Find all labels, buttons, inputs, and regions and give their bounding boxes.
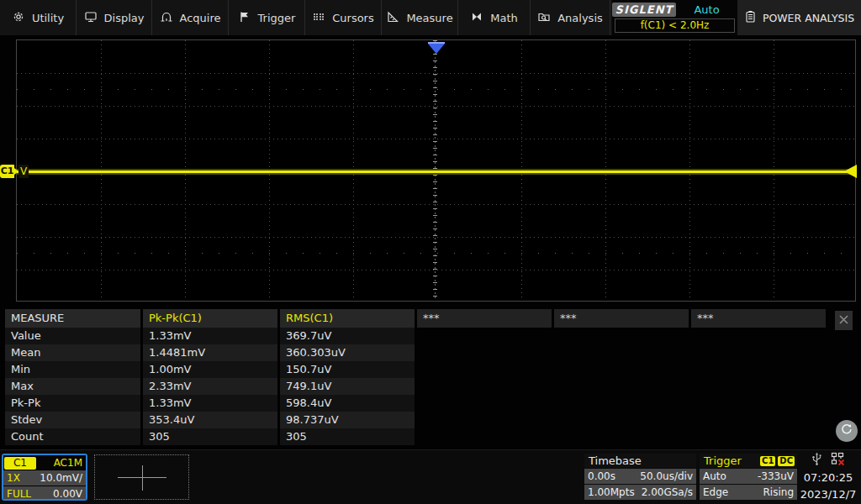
stat-value: 360.303uV: [280, 344, 415, 361]
stat-value: 1.00mV: [143, 361, 277, 378]
stat-value: 598.4uV: [280, 395, 415, 412]
channel1-trace: [17, 169, 855, 175]
menu-utility[interactable]: Utility: [0, 0, 77, 35]
channel1-bandwidth: FULL: [7, 486, 31, 501]
stat-value: 2.33mV: [143, 378, 277, 395]
channel1-scale: 10.0mV/: [40, 470, 82, 486]
clock-date: 2023/12/7: [797, 486, 859, 502]
math-icon: [470, 10, 483, 26]
measure-panel: MEASURE Pk-Pk(C1) RMS(C1) *** *** *** Va…: [0, 309, 861, 445]
timebase-descriptor[interactable]: Timebase 0.00s 50.0us/div 1.00Mpts 2.00G…: [584, 454, 696, 501]
acquisition-status: Auto: [676, 3, 737, 17]
stat-label: Pk-Pk: [5, 395, 140, 412]
stat-label: Min: [5, 361, 140, 378]
top-menu-bar: Utility Display Acquire Trigger Cursors: [0, 0, 861, 35]
channel1-level-marker[interactable]: C1: [0, 165, 14, 178]
brand-status-block: SIGLENT Auto f(C1) < 2.0Hz: [612, 0, 737, 35]
menu-cursors[interactable]: Cursors: [305, 0, 382, 35]
channel1-unit-marker: V: [18, 165, 29, 178]
measure-column-empty[interactable]: ***: [554, 309, 689, 328]
measure-column-pkpk[interactable]: Pk-Pk(C1): [143, 309, 277, 328]
measure-row-pkpk: Pk-Pk 1.33mV 598.4uV: [5, 395, 415, 412]
stat-value: 305: [143, 428, 277, 445]
stat-value: 305: [280, 428, 415, 445]
analysis-icon: [537, 10, 551, 26]
trigger-source-badge: C1: [760, 456, 775, 466]
stat-value: 749.1uV: [280, 378, 415, 395]
menu-label: Analysis: [557, 12, 603, 24]
menu-display[interactable]: Display: [77, 0, 152, 35]
menu-label: Cursors: [332, 12, 374, 24]
menu-trigger[interactable]: Trigger: [229, 0, 305, 35]
measure-row-stdev: Stdev 353.4uV 98.737uV: [5, 412, 415, 428]
cursors-icon: [312, 10, 325, 26]
timebase-delay: 0.00s: [588, 469, 615, 484]
menu-label: Display: [104, 12, 145, 24]
channel1-offset: 0.00V: [53, 486, 82, 501]
menu-measure[interactable]: Measure: [382, 0, 458, 35]
stat-label: Value: [5, 328, 140, 344]
menu-analysis[interactable]: Analysis: [531, 0, 610, 35]
close-icon: [837, 313, 850, 328]
waveform-display: C1 V: [0, 35, 861, 307]
graticule: [16, 39, 856, 302]
measure-column-rms[interactable]: RMS(C1): [280, 309, 415, 328]
trigger-flag-icon: [238, 10, 251, 26]
stat-label: Mean: [5, 344, 140, 361]
measure-column-empty[interactable]: ***: [691, 309, 826, 328]
bottom-status-bar: C1 AC1M 1X 10.0mV/ FULL 0.00V Timebase 0…: [0, 449, 861, 504]
measure-column-empty[interactable]: ***: [417, 309, 552, 328]
oscilloscope-screen: Utility Display Acquire Trigger Cursors: [0, 0, 861, 504]
measure-row-min: Min 1.00mV 150.7uV: [5, 361, 415, 378]
trigger-mode: Auto: [703, 469, 726, 484]
stat-label: Stdev: [5, 412, 140, 428]
measure-icon: [386, 10, 399, 26]
clock-status: 07:20:25 2023/12/7: [797, 452, 859, 504]
channel1-badge: C1: [4, 457, 36, 470]
menu-acquire[interactable]: Acquire: [152, 0, 229, 35]
trigger-title: Trigger: [704, 454, 742, 467]
menu-label: Measure: [406, 12, 452, 24]
stat-value: 353.4uV: [143, 412, 277, 428]
measure-close-button[interactable]: [835, 311, 853, 330]
gear-icon: [12, 10, 25, 26]
measure-row-mean: Mean 1.4481mV 360.303uV: [5, 344, 415, 361]
power-analysis-label: POWER ANALYSIS: [763, 12, 854, 24]
siglent-logo: SIGLENT: [612, 3, 676, 17]
menu-math[interactable]: Math: [458, 0, 531, 35]
add-channel-slot[interactable]: [94, 454, 189, 500]
menu-label: Trigger: [258, 12, 296, 24]
screen-rotate-widget[interactable]: [836, 420, 858, 442]
measure-row-count: Count 305 305: [5, 428, 415, 445]
menu-label: Utility: [32, 12, 64, 24]
trigger-level: -333uV: [758, 469, 794, 484]
channel1-descriptor[interactable]: C1 AC1M 1X 10.0mV/ FULL 0.00V: [2, 454, 87, 501]
usb-icon: [811, 452, 822, 470]
display-icon: [84, 10, 98, 26]
menu-power-analysis[interactable]: POWER ANALYSIS: [737, 0, 861, 35]
timebase-scale: 50.0us/div: [640, 469, 693, 484]
menu-label: Math: [490, 12, 518, 24]
trigger-type: Edge: [703, 485, 728, 500]
stat-value: 1.33mV: [143, 328, 277, 344]
measure-title: MEASURE: [5, 309, 140, 328]
stat-label: Max: [5, 378, 140, 395]
sample-rate: 2.00GSa/s: [642, 485, 693, 500]
trigger-level-marker[interactable]: [844, 165, 857, 178]
measure-header-row: MEASURE Pk-Pk(C1) RMS(C1) *** *** ***: [5, 309, 826, 328]
stat-value: 98.737uV: [280, 412, 415, 428]
stat-value: 150.7uV: [280, 361, 415, 378]
acquire-icon: [160, 10, 173, 26]
channel1-coupling: AC1M: [36, 457, 86, 469]
memory-depth: 1.00Mpts: [588, 485, 635, 500]
channel1-attenuation: 1X: [7, 470, 20, 486]
network-disconnected-icon: [831, 452, 845, 470]
clock-time: 07:20:25: [797, 469, 859, 486]
stat-label: Count: [5, 428, 140, 445]
main-menu: Utility Display Acquire Trigger Cursors: [0, 0, 610, 35]
stat-value: 1.4481mV: [143, 344, 277, 361]
menu-label: Acquire: [180, 12, 221, 24]
measure-row-value: Value 1.33mV 369.7uV: [5, 328, 415, 344]
trigger-descriptor[interactable]: Trigger C1 DC Auto -333uV Edge Rising: [700, 454, 797, 501]
trigger-position-marker[interactable]: [428, 44, 445, 54]
